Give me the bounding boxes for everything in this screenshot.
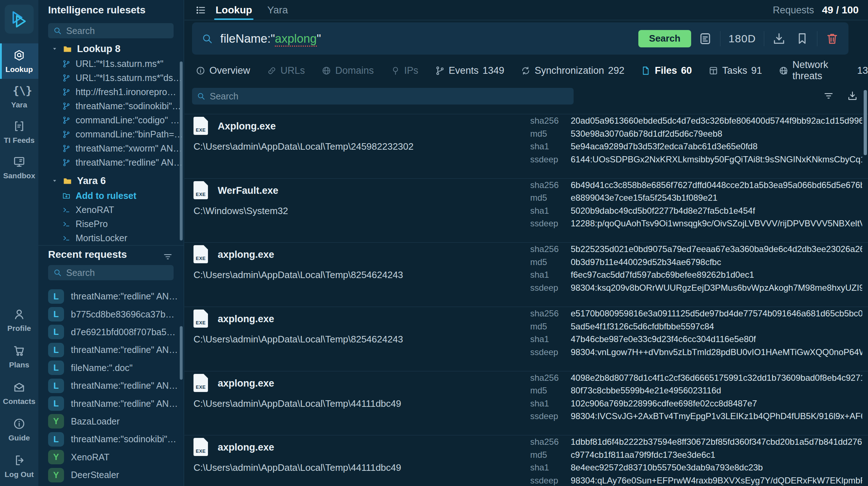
recent-search-input[interactable] — [66, 268, 169, 278]
hash-value[interactable]: 98304:ksq209v8bORrWUURgzEejD3PMus6bvWpzA… — [571, 281, 862, 294]
recent-request-item[interactable]: L threatName:"redline" AN… — [38, 395, 184, 412]
hash-value[interactable]: 12288:p/qoQuAohTsv9Oi1wnsqgk9c/OivSZojLV… — [571, 217, 862, 230]
recent-search[interactable] — [48, 265, 174, 280]
file-name[interactable]: WerFault.exe — [218, 185, 278, 196]
file-result-row[interactable]: EXE WerFault.exe C:\Windows\System32 sha… — [184, 178, 868, 243]
recent-request-item[interactable]: L threatName:"sodinokibi"… — [38, 430, 184, 448]
hash-value[interactable]: e8899043e7cee15fa5f2543b1f089e21 — [571, 191, 718, 204]
sidebar-item-yara[interactable]: {\} Yara — [0, 79, 38, 114]
recent-request-item[interactable]: L b775cd8be83696ca37b… — [38, 305, 184, 323]
file-result-row[interactable]: EXE axplong.exe C:\Users\admin\AppData\L… — [184, 242, 868, 307]
report-icon[interactable] — [698, 32, 712, 46]
recent-request-item[interactable]: L threatName:"redline" AN… — [38, 287, 184, 305]
hash-value[interactable]: f6ec97cac5dd7fd597abc69befee89262b1d0ec1 — [571, 268, 754, 281]
recent-request-item[interactable]: Y DeerStealer — [38, 466, 184, 484]
tab-yara[interactable]: Yara — [267, 0, 288, 20]
hash-value[interactable]: 98304:qLAy76e0Sun+EFPrwW4raxb9BXVXsEyg7Y… — [571, 474, 862, 486]
main-scrollbar-thumb[interactable] — [864, 90, 867, 155]
tree-folder-yara[interactable]: Yara 6 — [38, 173, 184, 189]
hash-value[interactable]: 5e94aca9289d7b3d53f2edca7abc61d3e65e0fd8 — [571, 140, 758, 153]
query-input[interactable]: fileName:"axplong" — [220, 32, 321, 46]
hash-value[interactable]: 5020b9dabc49cd5b0f2277b4d8e27fa5cb1e454f — [571, 204, 755, 217]
hash-value[interactable]: 530e98a3070a6b78d1df2d5d6c79eeb8 — [571, 127, 722, 140]
hash-value[interactable]: 4098e2b8d80778d1c4f1c2cf36d6665175991c32… — [571, 371, 862, 384]
file-name[interactable]: axplong.exe — [218, 378, 274, 389]
recent-request-item[interactable]: Y XenoRAT — [38, 448, 184, 466]
ruleset-tree-item[interactable]: threatName:"xworm" AN… — [38, 141, 184, 155]
result-tab-tasks[interactable]: Tasks 91 — [709, 65, 762, 76]
recent-request-item[interactable]: L d7e6921bfd008f707ba5… — [38, 323, 184, 341]
result-tab-overview[interactable]: Overview — [196, 65, 250, 76]
hash-value[interactable]: 98304:vnLgow7H++dVbnv5zLbTmld28pdBU0vIO1… — [571, 346, 862, 359]
ruleset-tree-item[interactable]: http://fresh1.ironorepro… — [38, 85, 184, 99]
yara-rule-item[interactable]: XenoRAT — [38, 203, 184, 217]
download-icon[interactable] — [847, 90, 858, 101]
file-result-row[interactable]: EXE Axplong.exe C:\Users\admin\AppData\L… — [184, 114, 868, 178]
app-logo[interactable] — [5, 5, 34, 34]
tree-folder-lookup[interactable]: Lookup 8 — [38, 41, 184, 57]
ruleset-tree-item[interactable]: URL:"*l1s.saturn.ms*"ds… — [38, 71, 184, 85]
file-result-row[interactable]: EXE axplong.exe C:\Users\admin\AppData\L… — [184, 371, 868, 435]
sidebar-item-contacts[interactable]: Contacts — [0, 375, 38, 412]
time-range-select[interactable]: 180D — [728, 33, 756, 45]
hash-value[interactable]: 47b46cbe987e0e33c9d23f4c6cc304d116e5e80f — [571, 333, 756, 346]
search-button[interactable]: Search — [638, 30, 692, 47]
hash-value[interactable]: 1dbbf81d6f4b2222b37594e8ff30672bf85fd360… — [571, 435, 862, 448]
file-name[interactable]: axplong.exe — [218, 442, 274, 453]
result-tab-network-threats[interactable]: Network threats 13 — [779, 59, 868, 82]
ruleset-tree-item[interactable]: commandLine:"binPath=… — [38, 127, 184, 141]
hash-value[interactable]: 6b49d41cc3c858b8e6856f7627dffd0448cce2b1… — [571, 179, 862, 192]
result-tab-urls[interactable]: URLs — [267, 65, 305, 76]
files-search-input[interactable] — [210, 91, 569, 102]
sidebar-item-plans[interactable]: Plans — [0, 338, 38, 375]
hash-value[interactable]: 80f73c8cbbe5599b4e21e4956023116d — [571, 384, 721, 397]
files-search[interactable] — [192, 88, 574, 105]
ruleset-tree-item[interactable]: commandLine:"codigo" … — [38, 113, 184, 127]
sidebar-item-lookup[interactable]: Lookup — [0, 43, 38, 79]
hash-value[interactable]: 0b3d97b11e440029d52b34ae6798cfbc — [571, 256, 721, 269]
list-icon[interactable] — [195, 5, 206, 16]
file-result-row[interactable]: EXE axplong.exe C:\Users\admin\AppData\L… — [184, 307, 868, 371]
hash-value[interactable]: 8e4eec92572d83710b55750e3dab9a793e8dc23b — [571, 461, 763, 474]
yara-rule-item[interactable]: RisePro — [38, 217, 184, 231]
result-tab-synchronization[interactable]: Synchronization 292 — [521, 65, 624, 76]
recent-request-item[interactable]: Y BazaLoader — [38, 413, 184, 430]
ruleset-tree-item[interactable]: threatName:"redline" AN… — [38, 155, 184, 170]
file-name[interactable]: Axplong.exe — [218, 121, 276, 132]
result-tab-ips[interactable]: IPs — [391, 65, 418, 76]
add-to-ruleset-button[interactable]: Add to ruleset — [38, 189, 184, 203]
file-name[interactable]: axplong.exe — [218, 249, 274, 260]
hash-value[interactable]: c9774cb1f811aa79f9fdc173ee3de6c1 — [571, 448, 715, 461]
tree-scrollbar-thumb[interactable] — [180, 61, 183, 240]
result-tab-events[interactable]: Events 1349 — [435, 65, 505, 76]
sidebar-item-ti-feeds[interactable]: TI Feeds — [0, 114, 38, 150]
hash-value[interactable]: e5170b080959816e3a0911125d5de97bd4de7757… — [571, 307, 862, 320]
file-name[interactable]: axplong.exe — [218, 314, 274, 325]
filter-icon[interactable] — [163, 252, 173, 262]
filter-icon[interactable] — [823, 90, 834, 101]
hash-value[interactable]: 5ad5e4f1f3126c5d6cfdbfbbe5597c84 — [571, 320, 714, 333]
yara-rule-item[interactable]: MortisLocker — [38, 231, 184, 245]
rulesets-search-input[interactable] — [66, 26, 169, 36]
recent-request-item[interactable]: L threatName:"redline" AN… — [38, 377, 184, 395]
result-tab-domains[interactable]: Domains — [322, 65, 374, 76]
bookmark-icon[interactable] — [795, 32, 809, 46]
rulesets-search[interactable] — [48, 23, 174, 38]
sidebar-item-log-out[interactable]: Log Out — [0, 448, 38, 485]
recent-request-item[interactable]: L threatName:"redline" AN… — [38, 341, 184, 359]
ruleset-tree-item[interactable]: threatName:"sodinokibi"… — [38, 99, 184, 113]
hash-value[interactable]: 6144:UOsSDPBGx2NxKRXLkmsibby50FgQiTAi8t:… — [571, 153, 862, 166]
download-icon[interactable] — [772, 32, 786, 46]
result-tab-files[interactable]: Files 60 — [641, 65, 692, 76]
sidebar-item-guide[interactable]: Guide — [0, 412, 38, 448]
ruleset-tree-item[interactable]: URL:"*l1s.saturn.ms*" — [38, 57, 184, 71]
hash-value[interactable]: 98304:IVCSvJG+2AxBTv4TmyEpgP1v3LEIKz1b4Q… — [571, 410, 862, 423]
hash-value[interactable]: 5b225235d021e0bd9075a79ed7eeaa67e3a360ba… — [571, 243, 862, 256]
hash-value[interactable]: 20ad05a9613660ebded5dc4d7ed3c326bfe80640… — [571, 114, 862, 127]
recent-request-item[interactable]: L fileName:".doc" — [38, 359, 184, 377]
tab-lookup[interactable]: Lookup — [216, 0, 252, 20]
file-result-row[interactable]: EXE axplong.exe C:\Users\admin\AppData\L… — [184, 435, 868, 486]
trash-icon[interactable] — [825, 32, 839, 46]
hash-value[interactable]: 102c906a769b228996cdfee698fe02cc8d8487e7 — [571, 397, 757, 410]
recent-scrollbar-thumb[interactable] — [180, 326, 183, 380]
